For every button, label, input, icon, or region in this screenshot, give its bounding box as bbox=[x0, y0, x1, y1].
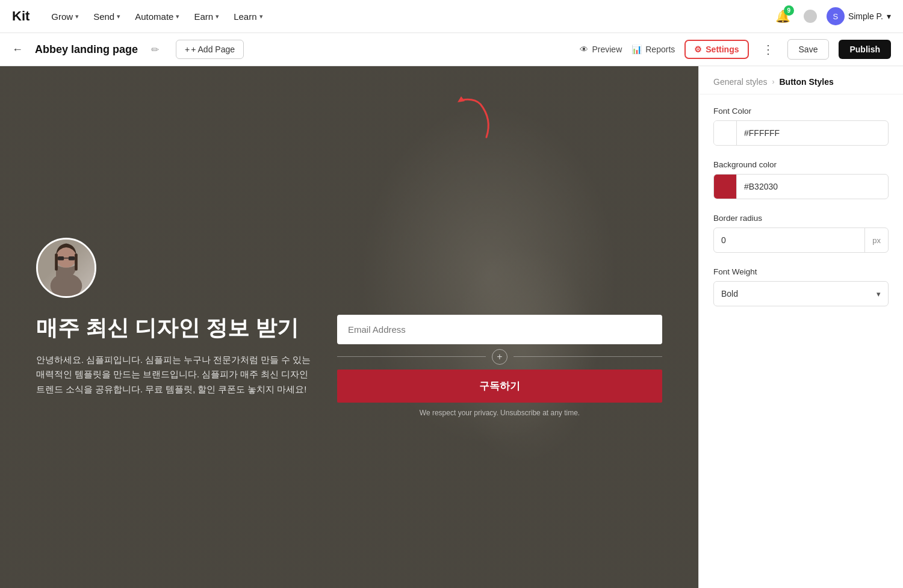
logo[interactable]: Kit bbox=[12, 8, 29, 24]
font-color-label: Font Color bbox=[713, 107, 889, 116]
divider-line-left bbox=[337, 356, 486, 357]
signup-form: + 구독하기 We respect your privacy. Unsubscr… bbox=[337, 315, 662, 417]
lp-heading: 매주 최신 디자인 정보 받기 bbox=[36, 315, 313, 341]
font-color-value: #FFFFFF bbox=[737, 128, 787, 138]
background-color-field: Background color #B32030 bbox=[713, 160, 889, 199]
author-avatar bbox=[36, 238, 96, 298]
nav-grow[interactable]: Grow ▾ bbox=[51, 11, 79, 22]
border-radius-label: Border radius bbox=[713, 214, 889, 223]
canvas-area: 매주 최신 디자인 정보 받기 안녕하세요. 심플피입니다. 심플피는 누구나 … bbox=[0, 66, 698, 588]
edit-title-button[interactable]: ✏ bbox=[151, 44, 159, 55]
lp-main-row: 매주 최신 디자인 정보 받기 안녕하세요. 심플피입니다. 심플피는 누구나 … bbox=[36, 315, 662, 417]
email-input[interactable] bbox=[337, 315, 662, 344]
more-options-button[interactable]: ⋮ bbox=[759, 40, 778, 59]
lp-left-col: 매주 최신 디자인 정보 받기 안녕하세요. 심플피입니다. 심플피는 누구나 … bbox=[36, 315, 313, 397]
chevron-right-icon: › bbox=[772, 78, 774, 86]
font-weight-label: Font Weight bbox=[713, 267, 889, 276]
avatar: S bbox=[827, 7, 845, 25]
breadcrumb: General styles › Button Styles bbox=[699, 66, 903, 94]
nav-right-actions: 🔔 9 S Simple P. ▾ bbox=[772, 5, 891, 27]
user-menu-button[interactable]: S Simple P. ▾ bbox=[827, 7, 891, 25]
breadcrumb-parent[interactable]: General styles bbox=[713, 77, 767, 87]
save-button[interactable]: Save bbox=[787, 39, 830, 60]
privacy-text: We respect your privacy. Unsubscribe at … bbox=[337, 409, 662, 417]
plus-circle-icon[interactable]: + bbox=[492, 349, 507, 365]
landing-page-bg: 매주 최신 디자인 정보 받기 안녕하세요. 심플피입니다. 심플피는 누구나 … bbox=[0, 66, 698, 588]
chevron-down-icon: ▾ bbox=[877, 289, 881, 299]
chevron-down-icon: ▾ bbox=[176, 13, 179, 20]
lp-right-col: + 구독하기 We respect your privacy. Unsubscr… bbox=[337, 315, 662, 417]
settings-icon: ⚙ bbox=[694, 45, 702, 54]
notification-badge: 9 bbox=[784, 5, 794, 16]
font-color-input[interactable]: #FFFFFF bbox=[713, 120, 889, 146]
avatar-image bbox=[38, 240, 95, 296]
breadcrumb-current: Button Styles bbox=[779, 77, 833, 87]
svg-rect-5 bbox=[69, 256, 75, 261]
chevron-down-icon: ▾ bbox=[887, 11, 891, 21]
nav-send[interactable]: Send ▾ bbox=[93, 11, 120, 22]
chevron-down-icon: ▾ bbox=[117, 13, 120, 20]
page-title: Abbey landing page bbox=[35, 43, 138, 56]
background-color-input[interactable]: #B32030 bbox=[713, 174, 889, 199]
eye-icon: 👁 bbox=[580, 45, 588, 54]
chart-icon: 📊 bbox=[631, 45, 642, 54]
notifications-button[interactable]: 🔔 9 bbox=[772, 5, 794, 27]
border-radius-unit: px bbox=[864, 228, 888, 252]
toolbar: ← Abbey landing page ✏ + + Add Page 👁 Pr… bbox=[0, 33, 903, 66]
background-color-value: #B32030 bbox=[737, 182, 785, 191]
divider-line-right bbox=[514, 356, 662, 357]
settings-button[interactable]: ⚙ Settings bbox=[684, 40, 748, 59]
add-page-button[interactable]: + + Add Page bbox=[176, 40, 244, 59]
font-weight-value: Bold bbox=[721, 289, 738, 299]
border-radius-field: Border radius 0 px bbox=[713, 214, 889, 253]
nav-earn[interactable]: Earn ▾ bbox=[194, 11, 219, 22]
toolbar-actions: 👁 Preview 📊 Reports ⚙ Settings ⋮ Save Pu… bbox=[580, 39, 891, 60]
landing-page-content: 매주 최신 디자인 정보 받기 안녕하세요. 심플피입니다. 심플피는 누구나 … bbox=[0, 66, 698, 588]
font-color-field: Font Color #FFFFFF bbox=[713, 107, 889, 146]
subscribe-button[interactable]: 구독하기 bbox=[337, 370, 662, 403]
font-weight-field: Font Weight Bold ▾ bbox=[713, 267, 889, 306]
back-button[interactable]: ← bbox=[12, 43, 23, 56]
svg-rect-4 bbox=[58, 256, 64, 261]
reports-button[interactable]: 📊 Reports bbox=[631, 45, 675, 54]
main-area: 매주 최신 디자인 정보 받기 안녕하세요. 심플피입니다. 심플피는 누구나 … bbox=[0, 66, 903, 588]
chevron-down-icon: ▾ bbox=[216, 13, 219, 20]
font-weight-select[interactable]: Bold ▾ bbox=[713, 281, 889, 306]
person-icon bbox=[38, 240, 95, 296]
chevron-down-icon: ▾ bbox=[259, 13, 263, 20]
svg-rect-3 bbox=[75, 253, 78, 270]
font-color-swatch bbox=[714, 121, 737, 145]
settings-panel: General styles › Button Styles Font Colo… bbox=[698, 66, 903, 588]
nav-automate[interactable]: Automate ▾ bbox=[135, 11, 179, 22]
lp-description: 안녕하세요. 심플피입니다. 심플피는 누구나 전문가처럼 만들 수 있는 매력… bbox=[36, 353, 313, 397]
top-nav: Kit Grow ▾ Send ▾ Automate ▾ Earn ▾ Lear… bbox=[0, 0, 903, 33]
background-color-label: Background color bbox=[713, 160, 889, 169]
status-indicator bbox=[804, 10, 817, 23]
plus-icon: + bbox=[185, 45, 190, 54]
preview-button[interactable]: 👁 Preview bbox=[580, 45, 622, 54]
nav-learn[interactable]: Learn ▾ bbox=[234, 11, 262, 22]
publish-button[interactable]: Publish bbox=[839, 40, 891, 59]
settings-body: Font Color #FFFFFF Background color #B32… bbox=[699, 94, 903, 318]
chevron-down-icon: ▾ bbox=[75, 13, 79, 20]
svg-rect-2 bbox=[55, 253, 58, 270]
border-radius-value: 0 bbox=[714, 235, 864, 245]
border-radius-input[interactable]: 0 px bbox=[713, 227, 889, 253]
form-divider: + bbox=[337, 349, 662, 365]
background-color-swatch bbox=[714, 175, 737, 199]
